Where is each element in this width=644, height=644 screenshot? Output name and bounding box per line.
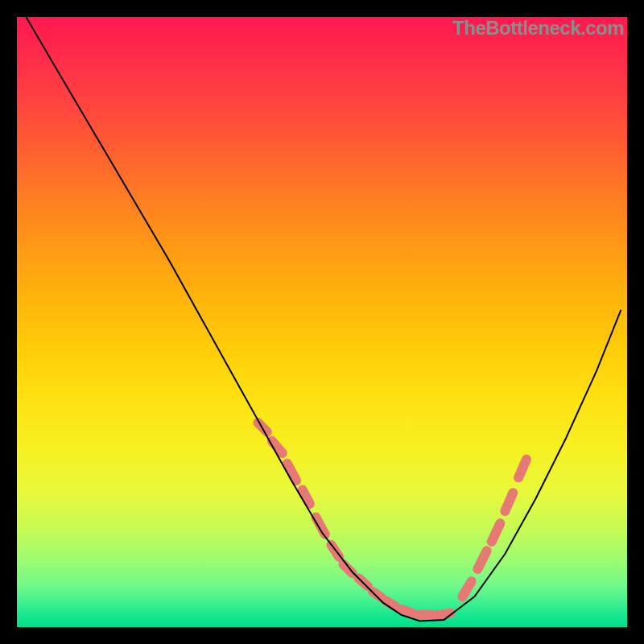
chart-container: TheBottleneck.com (0, 0, 644, 644)
highlight-segment (505, 493, 513, 511)
highlight-segment (438, 613, 450, 615)
highlight-segment (402, 609, 413, 613)
watermark-text: TheBottleneck.com (452, 17, 624, 39)
highlight-segments-group (258, 423, 526, 615)
chart-overlay (17, 17, 627, 627)
highlight-segment (287, 464, 296, 481)
highlight-segment (477, 551, 486, 569)
highlight-segment (492, 523, 501, 542)
highlight-segment (462, 581, 471, 597)
plot-area: TheBottleneck.com (17, 17, 627, 627)
highlight-segment (518, 460, 526, 478)
